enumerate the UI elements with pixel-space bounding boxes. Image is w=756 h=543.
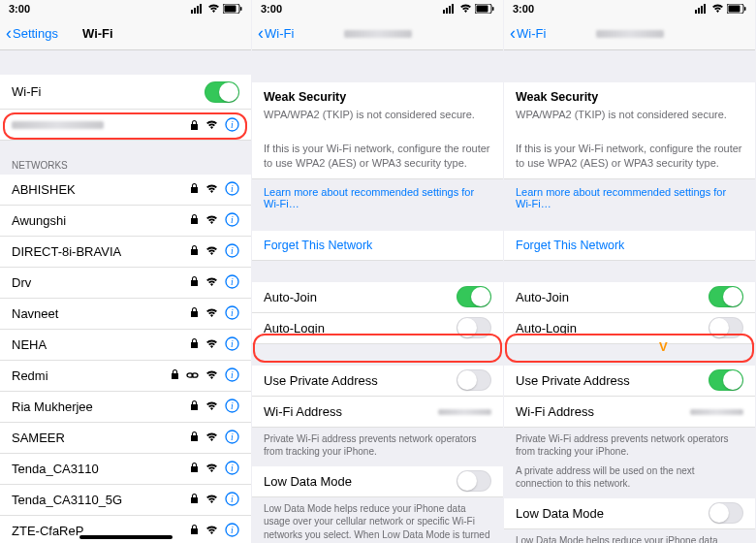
info-icon[interactable]: i (225, 461, 239, 478)
network-name: NEHA (12, 337, 190, 352)
svg-text:i: i (231, 183, 234, 194)
wifi-address-value (438, 404, 491, 418)
weak-security-body2: If this is your Wi-Fi network, configure… (252, 140, 503, 179)
private-address-row[interactable]: Use Private Address (504, 366, 755, 397)
wifi-status-icon (711, 4, 724, 14)
wifi-toggle-label: Wi-Fi (12, 84, 205, 99)
private-address-help: Private Wi-Fi address prevents network o… (504, 428, 755, 463)
svg-rect-44 (701, 6, 703, 14)
network-row[interactable]: ABHISHEKi (0, 175, 251, 206)
private-address-label: Use Private Address (264, 373, 457, 388)
signal-icon (443, 4, 457, 14)
auto-login-label: Auto-Login (264, 321, 457, 335)
network-row[interactable]: Ria Mukherjeei (0, 392, 251, 423)
wifi-toggle-row[interactable]: Wi-Fi (0, 75, 251, 110)
low-data-row[interactable]: Low Data Mode (252, 466, 503, 497)
svg-rect-38 (452, 4, 454, 14)
private-address-help: Private Wi-Fi address prevents network o… (252, 428, 503, 466)
auto-join-toggle[interactable] (709, 286, 743, 307)
info-icon[interactable]: i (225, 212, 239, 230)
chain-icon (186, 369, 199, 383)
wifi-icon (205, 276, 218, 290)
auto-login-label: Auto-Login (516, 321, 709, 335)
auto-join-row[interactable]: Auto-Join (252, 282, 503, 313)
info-icon[interactable]: i (225, 274, 239, 292)
lock-icon (190, 182, 199, 197)
svg-text:i: i (231, 463, 234, 473)
wifi-icon (205, 525, 218, 538)
svg-rect-5 (225, 6, 236, 13)
network-name: DIRECT-8i-BRAVIA (12, 244, 190, 259)
network-name: ABHISHEK (12, 182, 190, 197)
auto-join-label: Auto-Join (264, 290, 457, 304)
svg-text:i: i (231, 214, 234, 225)
info-icon[interactable]: i (225, 399, 239, 416)
back-button[interactable]: ‹ Settings (6, 26, 58, 42)
network-row[interactable]: DIRECT-8i-BRAVIAi (0, 237, 251, 268)
auto-login-row[interactable]: Auto-Login (252, 313, 503, 344)
network-row[interactable]: Tenda_CA3110_5Gi (0, 485, 251, 516)
private-address-row[interactable]: Use Private Address (252, 366, 503, 397)
private-address-toggle[interactable] (709, 369, 743, 391)
network-name: SAMEER (12, 431, 190, 445)
svg-rect-6 (240, 7, 242, 11)
back-button[interactable]: ‹ Wi-Fi (510, 26, 546, 42)
info-icon[interactable]: i (225, 367, 239, 385)
current-network-row[interactable]: i (0, 110, 251, 141)
wifi-toggle[interactable] (205, 81, 239, 103)
battery-icon (223, 4, 242, 14)
svg-rect-42 (695, 10, 697, 14)
wifi-icon (205, 183, 218, 197)
info-icon[interactable]: i (225, 492, 239, 509)
low-data-help: Low Data Mode helps reduce your iPhone d… (504, 529, 755, 543)
low-data-toggle[interactable] (709, 502, 743, 524)
svg-rect-0 (191, 10, 193, 14)
svg-text:i: i (231, 431, 234, 442)
auto-login-row[interactable]: Auto-Login (504, 313, 755, 344)
learn-more-link[interactable]: Learn more about recommended settings fo… (504, 179, 755, 217)
info-icon[interactable]: i (225, 181, 239, 199)
svg-rect-48 (744, 7, 746, 11)
info-icon[interactable]: i (225, 117, 239, 132)
network-row[interactable]: Navneeti (0, 299, 251, 330)
auto-join-label: Auto-Join (516, 290, 709, 304)
weak-security-body: WPA/WPA2 (TKIP) is not considered secure… (504, 106, 755, 130)
wifi-icon (205, 431, 218, 445)
info-icon[interactable]: i (225, 243, 239, 261)
learn-more-link[interactable]: Learn more about recommended settings fo… (252, 179, 503, 217)
private-address-toggle[interactable] (457, 369, 491, 391)
info-icon[interactable]: i (225, 336, 239, 354)
low-data-row[interactable]: Low Data Mode (504, 498, 755, 529)
back-label: Settings (13, 26, 58, 41)
lock-icon (190, 119, 199, 131)
info-icon[interactable]: i (225, 523, 239, 540)
wifi-address-label: Wi-Fi Address (516, 404, 690, 419)
wifi-address-row: Wi-Fi Address (504, 397, 755, 428)
wifi-status-icon (459, 4, 472, 14)
auto-login-toggle[interactable] (709, 317, 743, 338)
lock-icon (190, 213, 199, 228)
network-row[interactable]: Redmii (0, 361, 251, 392)
network-row[interactable]: SAMEERi (0, 423, 251, 454)
network-row[interactable]: Drvi (0, 268, 251, 299)
low-data-toggle[interactable] (457, 470, 491, 492)
status-bar: 3:00 (504, 0, 755, 17)
forget-network-button[interactable]: Forget This Network (252, 231, 503, 261)
wifi-icon (205, 214, 218, 228)
auto-login-toggle[interactable] (457, 317, 491, 338)
auto-join-toggle[interactable] (457, 286, 491, 307)
wifi-icon (205, 338, 218, 352)
network-row[interactable]: NEHAi (0, 330, 251, 361)
svg-rect-41 (492, 7, 494, 11)
lock-icon (171, 368, 179, 383)
info-icon[interactable]: i (225, 305, 239, 323)
forget-network-button[interactable]: Forget This Network (504, 231, 755, 261)
auto-join-row[interactable]: Auto-Join (504, 282, 755, 313)
lock-icon (190, 524, 199, 538)
network-row[interactable]: Awungshii (0, 206, 251, 237)
info-icon[interactable]: i (225, 430, 239, 447)
status-time: 3:00 (261, 3, 282, 15)
network-row[interactable]: Tenda_CA3110i (0, 454, 251, 485)
back-button[interactable]: ‹ Wi-Fi (258, 26, 294, 42)
pane-detail-private-off: 3:00 ‹ Wi-Fi Weak Security WPA/WPA2 (TKI… (252, 0, 504, 543)
